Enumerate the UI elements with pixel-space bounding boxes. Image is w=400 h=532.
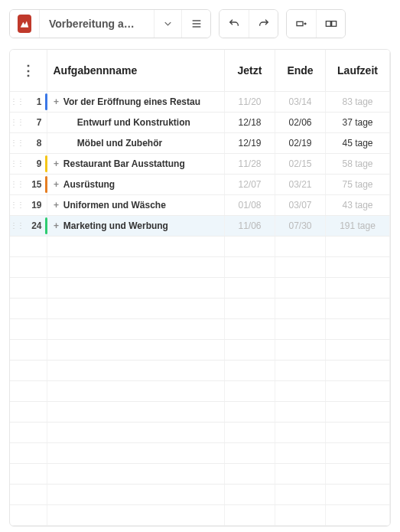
empty-row[interactable] — [10, 277, 390, 298]
svg-rect-2 — [331, 21, 336, 27]
toolbar: Vorbereitung a… — [9, 9, 391, 38]
empty-row[interactable] — [10, 380, 390, 401]
collapse-panel-icon — [295, 18, 307, 30]
row-menu-header[interactable]: ⋮ — [10, 50, 47, 91]
laufzeit-cell[interactable]: 191 tage — [326, 215, 390, 236]
col-name-header[interactable]: Aufgabennname — [47, 50, 225, 91]
svg-rect-0 — [297, 21, 303, 25]
menu-button[interactable] — [181, 10, 210, 38]
col-jetzt-header[interactable]: Jetzt — [225, 50, 275, 91]
drag-handle[interactable]: ⋮⋮ — [10, 112, 24, 132]
table-row[interactable]: ⋮⋮8 Möbel und Zubehör12/1902/1945 tage — [10, 132, 390, 153]
row-number: 24 — [24, 215, 47, 236]
ende-cell[interactable]: 02/06 — [275, 112, 326, 132]
project-title-button[interactable]: Vorbereitung a… — [39, 10, 154, 38]
task-table-wrap: ⋮ Aufgabennname Jetzt Ende Laufzeit ⋮⋮1+… — [9, 49, 391, 527]
jetzt-cell[interactable]: 01/08 — [225, 194, 275, 215]
col-laufzeit-header[interactable]: Laufzeit — [326, 50, 390, 91]
table-header-row: ⋮ Aufgabennname Jetzt Ende Laufzeit — [10, 50, 390, 91]
empty-row[interactable] — [10, 298, 390, 318]
jetzt-cell[interactable]: 12/18 — [225, 112, 275, 132]
row-number: 7 — [24, 112, 47, 132]
laufzeit-cell[interactable]: 58 tage — [326, 153, 390, 174]
drag-handle[interactable]: ⋮⋮ — [10, 174, 24, 194]
task-name: Ausrüstung — [63, 179, 115, 190]
app-logo-button[interactable] — [10, 10, 39, 38]
ende-cell[interactable]: 02/19 — [275, 132, 326, 153]
layout-group — [286, 9, 346, 38]
jetzt-cell[interactable]: 11/20 — [225, 91, 275, 112]
task-name: Vor der Eröffnung eines Restau — [63, 96, 200, 107]
table-row[interactable]: ⋮⋮7 Entwurf und Konstruktion12/1802/0637… — [10, 112, 390, 132]
drag-handle[interactable]: ⋮⋮ — [10, 132, 24, 153]
task-name-cell[interactable]: Möbel und Zubehör — [47, 132, 225, 153]
ende-cell[interactable]: 03/14 — [275, 91, 326, 112]
table-row[interactable]: ⋮⋮24+ Marketing und Werbung11/0607/30191… — [10, 215, 390, 236]
project-selector-group: Vorbereitung a… — [9, 9, 211, 38]
task-name-cell[interactable]: + Ausrüstung — [47, 174, 225, 194]
drag-handle[interactable]: ⋮⋮ — [10, 91, 24, 112]
task-name: Entwurf und Konstruktion — [77, 117, 190, 128]
task-name: Restaurant Bar Ausstattung — [63, 158, 185, 169]
project-dropdown-button[interactable] — [154, 10, 181, 38]
ende-cell[interactable]: 02/15 — [275, 153, 326, 174]
chevron-down-icon — [162, 18, 174, 30]
drag-handle[interactable]: ⋮⋮ — [10, 153, 24, 174]
expand-icon[interactable]: + — [52, 220, 61, 231]
task-name-cell[interactable]: + Marketing und Werbung — [47, 215, 225, 236]
laufzeit-cell[interactable]: 45 tage — [326, 132, 390, 153]
expand-icon[interactable]: + — [52, 96, 61, 107]
collapse-panel-button[interactable] — [287, 10, 316, 38]
undo-button[interactable] — [220, 10, 249, 38]
empty-row[interactable] — [10, 339, 390, 360]
ende-cell[interactable]: 07/30 — [275, 215, 326, 236]
jetzt-cell[interactable]: 11/28 — [225, 153, 275, 174]
row-number: 19 — [24, 194, 47, 215]
table-row[interactable]: ⋮⋮9+ Restaurant Bar Ausstattung11/2802/1… — [10, 153, 390, 174]
task-name: Uniformen und Wäsche — [63, 200, 166, 211]
task-name-cell[interactable]: + Uniformen und Wäsche — [47, 194, 225, 215]
redo-button[interactable] — [249, 10, 278, 38]
drag-handle[interactable]: ⋮⋮ — [10, 215, 24, 236]
empty-row[interactable] — [10, 463, 390, 484]
empty-row[interactable] — [10, 504, 390, 525]
project-title: Vorbereitung a… — [49, 18, 135, 30]
ende-cell[interactable]: 03/21 — [275, 174, 326, 194]
jetzt-cell[interactable]: 12/19 — [225, 132, 275, 153]
empty-row[interactable] — [10, 442, 390, 463]
table-row[interactable]: ⋮⋮1+ Vor der Eröffnung eines Restau11/20… — [10, 91, 390, 112]
laufzeit-cell[interactable]: 37 tage — [326, 112, 390, 132]
laufzeit-cell[interactable]: 83 tage — [326, 91, 390, 112]
split-view-button[interactable] — [316, 10, 345, 38]
history-group — [219, 9, 278, 38]
expand-icon[interactable]: + — [52, 158, 61, 169]
laufzeit-cell[interactable]: 75 tage — [326, 174, 390, 194]
empty-row[interactable] — [10, 422, 390, 442]
expand-icon[interactable]: + — [52, 200, 61, 211]
undo-icon — [228, 18, 240, 30]
row-number: 1 — [24, 91, 47, 112]
redo-icon — [258, 18, 270, 30]
drag-handle[interactable]: ⋮⋮ — [10, 194, 24, 215]
task-name-cell[interactable]: + Restaurant Bar Ausstattung — [47, 153, 225, 174]
task-name: Marketing und Werbung — [63, 220, 168, 231]
expand-icon[interactable]: + — [52, 179, 61, 190]
task-name-cell[interactable]: + Vor der Eröffnung eines Restau — [47, 91, 225, 112]
table-row[interactable]: ⋮⋮15+ Ausrüstung12/0703/2175 tage — [10, 174, 390, 194]
menu-icon — [190, 18, 203, 30]
empty-row[interactable] — [10, 484, 390, 504]
col-ende-header[interactable]: Ende — [275, 50, 326, 91]
ende-cell[interactable]: 03/07 — [275, 194, 326, 215]
jetzt-cell[interactable]: 11/06 — [225, 215, 275, 236]
task-name-cell[interactable]: Entwurf und Konstruktion — [47, 112, 225, 132]
table-row[interactable]: ⋮⋮19+ Uniformen und Wäsche01/0803/0743 t… — [10, 194, 390, 215]
empty-row[interactable] — [10, 236, 390, 256]
empty-row[interactable] — [10, 318, 390, 339]
laufzeit-cell[interactable]: 43 tage — [326, 194, 390, 215]
row-number: 9 — [24, 153, 47, 174]
task-table: ⋮ Aufgabennname Jetzt Ende Laufzeit ⋮⋮1+… — [10, 50, 390, 526]
jetzt-cell[interactable]: 12/07 — [225, 174, 275, 194]
empty-row[interactable] — [10, 401, 390, 422]
empty-row[interactable] — [10, 256, 390, 277]
empty-row[interactable] — [10, 360, 390, 380]
